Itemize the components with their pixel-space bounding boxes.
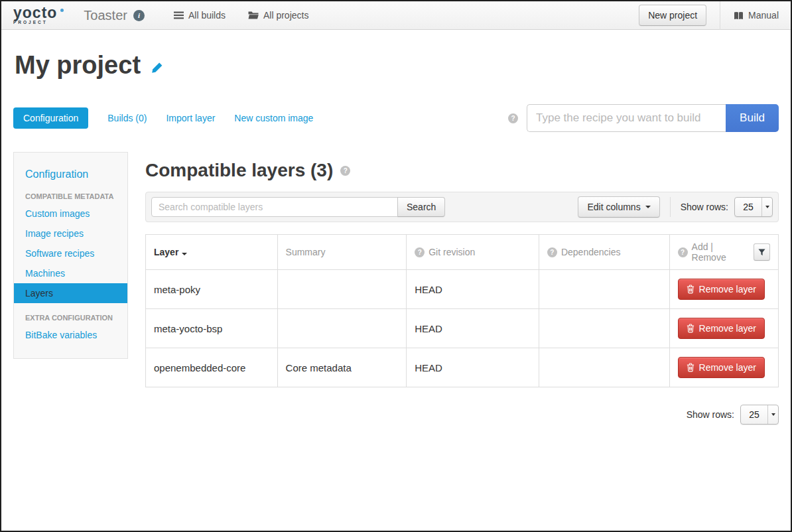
sidebar-item-software-recipes[interactable]: Software recipes	[14, 243, 127, 263]
logo-dot-icon	[60, 9, 64, 12]
chevron-down-icon	[761, 198, 772, 216]
project-tabs: Configuration Builds (0) Import layer Ne…	[13, 107, 313, 129]
column-header-summary: Summary	[277, 235, 407, 270]
sidebar-item-bitbake-variables[interactable]: BitBake variables	[14, 325, 127, 345]
navbar-divider	[720, 1, 720, 30]
remove-layer-button[interactable]: Remove layer	[678, 357, 765, 378]
nav-all-builds-label: All builds	[188, 10, 226, 21]
sidebar-item-layers[interactable]: Layers	[14, 283, 127, 303]
tabs-row: Configuration Builds (0) Import layer Ne…	[13, 104, 779, 132]
table-footer: Show rows: 25	[145, 405, 779, 425]
tab-configuration[interactable]: Configuration	[13, 107, 88, 129]
summary-cell	[277, 309, 407, 348]
help-icon[interactable]: ?	[547, 247, 557, 257]
search-button[interactable]: Search	[397, 197, 445, 217]
sort-caret-icon	[182, 253, 187, 255]
column-header-add-remove: ? Add | Remove	[669, 235, 778, 270]
sidebar-item-configuration[interactable]: Configuration	[14, 163, 127, 182]
layer-name-cell[interactable]: openembedded-core	[146, 348, 278, 387]
nav-all-projects[interactable]: All projects	[248, 10, 308, 21]
table-header-row: Layer Summary ?Git revision ?Dependencie…	[146, 235, 779, 270]
layer-name-cell[interactable]: meta-poky	[146, 270, 278, 309]
table-row: openembedded-core Core metadata HEAD	[146, 348, 779, 387]
book-icon	[734, 11, 744, 20]
logo-text: yocto	[13, 7, 57, 19]
logo-subtext: PROJECT	[13, 20, 48, 25]
toolbar-divider	[670, 197, 671, 217]
nav-all-builds[interactable]: All builds	[174, 10, 226, 21]
trash-icon	[687, 363, 694, 372]
show-rows-select[interactable]: 25	[734, 197, 773, 217]
app-window: yocto PROJECT Toaster i All builds All p…	[0, 0, 792, 532]
show-rows-label: Show rows:	[681, 202, 728, 212]
nav-all-projects-label: All projects	[263, 10, 308, 21]
main-panel: Compatible layers (3) ? Search Edit colu…	[145, 152, 779, 425]
search-input[interactable]	[151, 197, 398, 217]
show-rows-label: Show rows:	[687, 409, 734, 420]
config-sidebar: Configuration COMPATIBLE METADATA Custom…	[13, 152, 128, 359]
column-header-git-revision: ?Git revision	[407, 235, 539, 270]
section-title: Compatible layers (3)	[145, 160, 333, 181]
table-row: meta-yocto-bsp HEAD	[146, 309, 779, 348]
build-button[interactable]: Build	[726, 104, 779, 132]
sidebar-item-machines[interactable]: Machines	[14, 263, 127, 283]
info-icon[interactable]: i	[133, 10, 145, 21]
filter-icon	[758, 249, 765, 256]
trash-icon	[687, 324, 694, 333]
app-name: Toaster	[84, 8, 127, 23]
edit-pencil-icon[interactable]	[151, 62, 163, 74]
folder-icon	[248, 11, 259, 19]
page-content: My project Configuration Builds (0) Impo…	[1, 51, 791, 425]
tab-new-custom-image[interactable]: New custom image	[234, 113, 313, 123]
build-form: ? Build	[508, 104, 779, 132]
trash-icon	[687, 285, 694, 294]
summary-cell	[277, 270, 407, 309]
git-revision-cell: HEAD	[407, 348, 539, 387]
build-recipe-input[interactable]	[527, 104, 726, 132]
new-project-button[interactable]: New project	[639, 5, 706, 26]
dependencies-cell	[539, 270, 669, 309]
top-navbar: yocto PROJECT Toaster i All builds All p…	[1, 1, 791, 30]
git-revision-cell: HEAD	[407, 309, 539, 348]
yocto-logo[interactable]: yocto PROJECT	[13, 7, 64, 25]
nav-manual[interactable]: Manual	[734, 10, 779, 21]
remove-layer-button[interactable]: Remove layer	[678, 279, 765, 300]
chevron-down-icon	[767, 405, 778, 424]
sidebar-item-custom-images[interactable]: Custom images	[14, 204, 127, 224]
help-icon[interactable]: ?	[415, 247, 425, 257]
tab-builds[interactable]: Builds (0)	[107, 113, 147, 123]
dependencies-cell	[539, 348, 669, 387]
help-icon[interactable]: ?	[678, 247, 688, 257]
git-revision-cell: HEAD	[407, 270, 539, 309]
summary-cell: Core metadata	[277, 348, 407, 387]
sidebar-section-extra-configuration: EXTRA CONFIGURATION	[14, 303, 127, 325]
column-header-layer[interactable]: Layer	[146, 235, 278, 270]
filter-button[interactable]	[754, 243, 770, 261]
compatible-layers-table: Layer Summary ?Git revision ?Dependencie…	[145, 234, 779, 387]
table-row: meta-poky HEAD	[146, 270, 779, 309]
help-icon[interactable]: ?	[340, 166, 350, 176]
sidebar-section-compatible-metadata: COMPATIBLE METADATA	[14, 182, 127, 204]
sidebar-item-image-recipes[interactable]: Image recipes	[14, 224, 127, 243]
tab-import-layer[interactable]: Import layer	[166, 113, 215, 123]
section-title-row: Compatible layers (3) ?	[145, 160, 779, 181]
layer-name-cell[interactable]: meta-yocto-bsp	[146, 309, 278, 348]
help-icon[interactable]: ?	[508, 113, 518, 123]
page-title: My project	[15, 51, 141, 80]
edit-columns-button[interactable]: Edit columns	[578, 196, 659, 218]
column-header-dependencies: ?Dependencies	[539, 235, 669, 270]
list-icon	[174, 11, 184, 19]
show-rows-select[interactable]: 25	[740, 405, 779, 425]
remove-layer-button[interactable]: Remove layer	[678, 318, 765, 339]
page-title-row: My project	[15, 51, 779, 80]
caret-down-icon	[645, 206, 651, 208]
nav-manual-label: Manual	[748, 10, 779, 21]
table-toolbar: Search Edit columns Show rows: 25	[145, 192, 779, 222]
dependencies-cell	[539, 309, 669, 348]
